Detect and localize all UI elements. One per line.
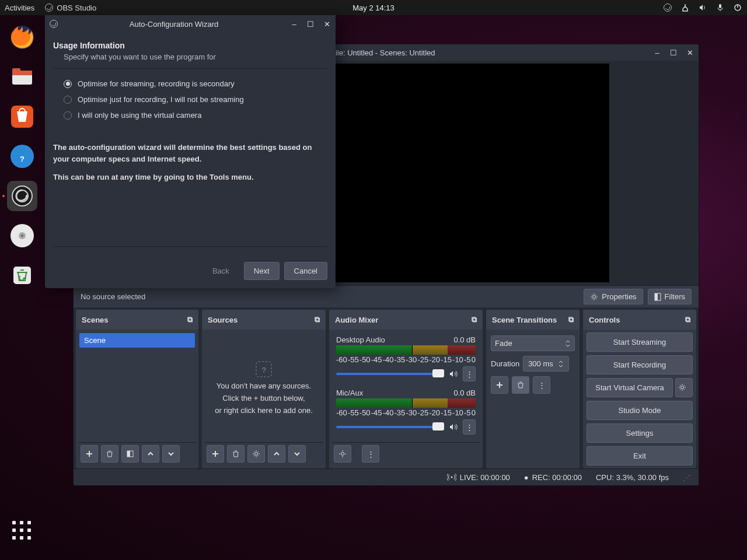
mixer-channel-desktop: Desktop Audio0.0 dB -60-55-50-45-40-35-3… <box>331 333 480 386</box>
volume-icon[interactable] <box>698 3 707 12</box>
obs-tray-icon[interactable] <box>663 3 672 12</box>
radio-icon <box>64 111 72 120</box>
power-icon[interactable] <box>733 3 742 12</box>
radio-optimise-recording[interactable]: Optimise just for recording, I will not … <box>53 92 327 107</box>
filters-icon <box>654 293 661 301</box>
popout-icon[interactable]: ⧉ <box>685 315 690 324</box>
ch1-name: Desktop Audio <box>336 335 385 344</box>
popout-icon[interactable]: ⧉ <box>187 315 193 324</box>
svg-rect-19 <box>127 451 130 457</box>
add-scene-button[interactable] <box>81 445 98 463</box>
wizard-subheading: Specify what you want to use the program… <box>64 52 327 61</box>
mic-icon[interactable] <box>715 3 725 12</box>
source-down-button[interactable] <box>288 445 306 463</box>
radio-virtual-camera[interactable]: I will only be using the virtual camera <box>53 107 327 123</box>
dock-obs[interactable] <box>7 181 37 211</box>
transition-menu-button[interactable]: ⋮ <box>533 376 550 394</box>
obs-icon <box>45 4 53 12</box>
ch1-menu-button[interactable]: ⋮ <box>463 366 476 382</box>
mixer-menu-button[interactable]: ⋮ <box>362 445 379 463</box>
resize-grip-icon[interactable]: ⋰ <box>683 473 690 482</box>
transition-select[interactable]: Fade <box>491 335 575 351</box>
maximize-button[interactable]: ☐ <box>306 20 315 28</box>
scene-filter-button[interactable] <box>121 445 139 463</box>
popout-icon[interactable]: ⧉ <box>315 315 320 324</box>
svg-point-9 <box>12 186 32 206</box>
wizard-titlebar[interactable]: Auto-Configuration Wizard – ☐ ✕ <box>45 15 336 33</box>
remove-transition-button[interactable] <box>512 376 529 394</box>
properties-button[interactable]: Properties <box>584 289 643 304</box>
properties-label: Properties <box>602 292 636 301</box>
remove-scene-button[interactable] <box>101 445 118 463</box>
question-box-icon: ? <box>255 360 273 378</box>
scene-item[interactable]: Scene <box>79 333 195 348</box>
next-button[interactable]: Next <box>244 262 280 280</box>
source-infobar: No source selected Properties Filters <box>74 285 699 307</box>
obs-icon <box>50 20 58 28</box>
radio-label: I will only be using the virtual camera <box>78 111 201 120</box>
start-virtual-camera-button[interactable]: Start Virtual Camera <box>587 378 673 397</box>
settings-button[interactable]: Settings <box>587 424 693 443</box>
dock-files[interactable] <box>7 62 37 92</box>
start-recording-button[interactable]: Start Recording <box>587 355 693 374</box>
vcam-settings-button[interactable] <box>675 378 693 397</box>
add-transition-button[interactable] <box>491 376 508 394</box>
exit-button[interactable]: Exit <box>587 446 693 466</box>
close-button[interactable]: ✕ <box>323 20 331 28</box>
close-button[interactable]: ✕ <box>686 48 694 57</box>
svg-point-23 <box>341 453 344 456</box>
scene-up-button[interactable] <box>142 445 159 463</box>
clock[interactable]: May 2 14:13 <box>352 4 395 12</box>
wizard-title: Auto-Configuration Wizard <box>58 20 290 29</box>
source-props-button[interactable] <box>247 445 265 463</box>
duration-value: 300 ms <box>528 359 553 368</box>
mixer-channel-mic: Mic/Aux0.0 dB -60-55-50-45-40-35-30-25-2… <box>331 386 480 439</box>
speaker-icon[interactable] <box>449 369 458 379</box>
dock-apps-grid[interactable] <box>9 518 35 544</box>
sources-empty-state[interactable]: ? You don't have any sources. Click the … <box>204 333 323 442</box>
start-streaming-button[interactable]: Start Streaming <box>587 332 693 352</box>
divider <box>53 68 327 69</box>
wizard-desc-2: This can be run at any time by going to … <box>53 172 327 183</box>
ch1-volume-slider[interactable] <box>336 373 444 375</box>
dock-help[interactable]: ? <box>7 141 37 172</box>
dock-trash[interactable] <box>7 260 37 290</box>
back-button: Back <box>203 262 239 280</box>
dock-disc[interactable] <box>7 220 37 251</box>
dock-software[interactable] <box>7 102 37 132</box>
mixer-advanced-button[interactable] <box>334 445 351 463</box>
filters-button[interactable]: Filters <box>648 289 692 304</box>
studio-mode-button[interactable]: Studio Mode <box>587 401 693 420</box>
gnome-topbar: Activities OBS Studio May 2 14:13 <box>0 0 747 15</box>
remove-source-button[interactable] <box>227 445 245 463</box>
cancel-button[interactable]: Cancel <box>284 262 327 280</box>
add-source-button[interactable] <box>207 445 224 463</box>
scene-down-button[interactable] <box>162 445 180 463</box>
maximize-button[interactable]: ☐ <box>669 48 678 57</box>
ch2-volume-slider[interactable] <box>336 426 444 428</box>
svg-rect-0 <box>719 4 721 8</box>
activities-button[interactable]: Activities <box>5 4 34 12</box>
app-indicator-label: OBS Studio <box>57 4 96 12</box>
minimize-button[interactable]: – <box>653 48 661 57</box>
mixer-header: Audio Mixer <box>335 316 378 324</box>
ch2-menu-button[interactable]: ⋮ <box>463 419 476 435</box>
chevron-updown-icon <box>558 360 564 368</box>
source-up-button[interactable] <box>268 445 285 463</box>
chevron-updown-icon <box>565 340 571 348</box>
trans-header: Scene Transitions <box>492 316 557 324</box>
network-icon[interactable] <box>680 3 690 12</box>
radio-optimise-streaming[interactable]: Optimise for streaming, recording is sec… <box>53 76 327 92</box>
svg-text:?: ? <box>261 366 266 374</box>
popout-icon[interactable]: ⧉ <box>472 315 477 324</box>
sources-empty-l2: Click the + button below, <box>222 394 305 402</box>
dock-firefox[interactable] <box>7 22 37 52</box>
minimize-button[interactable]: – <box>290 20 298 28</box>
popout-icon[interactable]: ⧉ <box>568 315 574 324</box>
duration-input[interactable]: 300 ms <box>523 356 569 372</box>
speaker-icon[interactable] <box>449 422 458 432</box>
ch2-meter <box>336 398 476 408</box>
svg-rect-5 <box>12 71 32 75</box>
wizard-heading: Usage Information <box>53 41 327 50</box>
app-indicator[interactable]: OBS Studio <box>45 4 96 12</box>
